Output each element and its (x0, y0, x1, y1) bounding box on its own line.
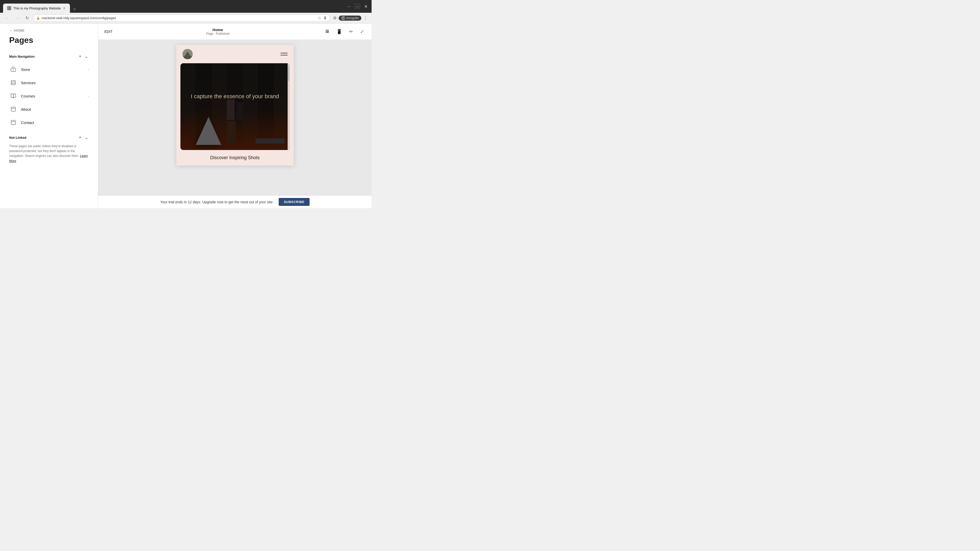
flat-box-object (256, 138, 284, 144)
collapse-nav-button[interactable]: ⌄ (84, 53, 89, 60)
reload-button[interactable]: ↻ (24, 14, 31, 21)
hero-background: I capture the essence of your brand (180, 63, 290, 150)
back-to-home-button[interactable]: ← HOME (9, 29, 89, 32)
incognito-badge: Incognito (339, 16, 361, 21)
books-object (226, 100, 253, 145)
edit-view-icon[interactable]: ✏ (348, 27, 355, 36)
hamburger-menu-icon[interactable] (280, 53, 288, 56)
edit-button[interactable]: EDIT (104, 30, 113, 34)
preview-device-icons: 🖥 📱 ✏ ⤢ (323, 27, 366, 36)
subscribe-button[interactable]: SUBSCRIBE (279, 198, 310, 206)
store-label: Store (21, 67, 84, 72)
address-bar[interactable]: 🔒 mackerel-seal-nldy.squarespace.com/con… (33, 14, 330, 22)
not-linked-title: Not Linked (9, 136, 26, 140)
sidebar: ← HOME Pages Main Navigation + ⌄ (0, 24, 98, 208)
svg-rect-3 (11, 81, 16, 85)
services-label: Services (21, 81, 89, 85)
contact-label: Contact (21, 121, 89, 125)
hero-image-container: I capture the essence of your brand (180, 63, 290, 150)
trial-banner: Your trial ends in 12 days. Upgrade now … (98, 195, 372, 208)
main-navigation-label: Main Navigation (9, 55, 35, 59)
not-linked-header: Not Linked + ⌄ (9, 134, 89, 141)
nav-item-services[interactable]: Services (0, 76, 98, 89)
courses-arrow-icon: › (88, 94, 89, 98)
nav-item-contact[interactable]: Contact (0, 116, 98, 129)
not-linked-actions: + ⌄ (78, 134, 89, 141)
active-tab[interactable]: This is my Photography Website ✕ (3, 3, 70, 13)
trial-message: Your trial ends in 12 days. Upgrade now … (160, 200, 274, 204)
nav-item-store[interactable]: Store › (0, 63, 98, 76)
tab-favicon (7, 6, 11, 10)
main-navigation-actions: + ⌄ (78, 53, 89, 60)
back-label: HOME (14, 29, 25, 32)
star-icon[interactable]: ☆ (318, 16, 321, 21)
restore-button[interactable]: ▭ (355, 4, 360, 9)
collapse-not-linked-button[interactable]: ⌄ (84, 134, 89, 141)
more-options-button[interactable]: ⋮ (363, 14, 369, 21)
browser-chrome: This is my Photography Website ✕ + ─ ▭ ✕… (0, 0, 372, 24)
website-logo (183, 49, 192, 59)
preview-content: I capture the essence of your brand (98, 40, 372, 195)
store-arrow-icon: › (88, 67, 89, 71)
courses-label: Courses (21, 94, 84, 98)
main-navigation-section-header: Main Navigation + ⌄ (0, 49, 98, 63)
add-not-linked-button[interactable]: + (78, 135, 82, 141)
mobile-view-icon[interactable]: 📱 (335, 27, 344, 36)
pages-title: Pages (9, 35, 89, 45)
extensions-button[interactable]: ⚙ (332, 14, 338, 21)
svg-rect-12 (183, 56, 192, 59)
nav-item-courses[interactable]: Courses › (0, 89, 98, 103)
fullscreen-icon[interactable]: ⤢ (359, 27, 366, 36)
address-bar-row: ← → ↻ 🔒 mackerel-seal-nldy.squarespace.c… (0, 13, 372, 24)
not-linked-section: Not Linked + ⌄ These pages are public un… (0, 129, 98, 164)
main-layout: ← HOME Pages Main Navigation + ⌄ (0, 24, 372, 208)
preview-toolbar: EDIT Home Page · Published 🖥 📱 ✏ ⤢ (98, 24, 372, 40)
tab-close-button[interactable]: ✕ (63, 6, 66, 10)
browser-right-icons: ⚙ Incognito ⋮ (332, 14, 369, 21)
sidebar-content[interactable]: Main Navigation + ⌄ Store › (0, 49, 98, 208)
preview-scroll-thumb (288, 66, 290, 81)
hero-text: I capture the essence of your brand (183, 93, 286, 100)
forward-button[interactable]: → (13, 15, 21, 21)
download-icon[interactable]: ⬇ (323, 16, 327, 21)
pyramid-object (196, 117, 221, 145)
address-text: mackerel-seal-nldy.squarespace.com/confi… (41, 16, 316, 20)
preview-area: EDIT Home Page · Published 🖥 📱 ✏ ⤢ (98, 24, 372, 208)
shelf-objects (180, 109, 290, 150)
website-nav (177, 45, 294, 63)
about-label: About (21, 107, 89, 111)
incognito-label: Incognito (346, 16, 359, 20)
contact-icon (9, 118, 18, 127)
courses-icon (9, 92, 18, 100)
discover-text: Discover Inspiring Shots (177, 150, 294, 165)
add-nav-item-button[interactable]: + (78, 53, 82, 60)
svg-rect-8 (11, 121, 16, 125)
address-actions: ☆ ⬇ (318, 16, 327, 21)
new-tab-button[interactable]: + (71, 6, 78, 13)
tab-title: This is my Photography Website (13, 6, 61, 10)
store-icon (9, 65, 18, 73)
preview-page-status: Page · Published (117, 32, 319, 35)
back-button[interactable]: ← (3, 15, 11, 21)
close-window-button[interactable]: ✕ (364, 4, 368, 9)
services-icon (9, 79, 18, 87)
svg-rect-6 (11, 107, 16, 111)
not-linked-description: These pages are public unless they're di… (9, 144, 89, 164)
desktop-view-icon[interactable]: 🖥 (323, 27, 331, 36)
preview-page-name: Home (117, 27, 319, 32)
nav-item-about[interactable]: About (0, 103, 98, 116)
preview-scrollbar (288, 63, 290, 150)
preview-page-info: Home Page · Published (117, 27, 319, 35)
lock-icon: 🔒 (36, 16, 40, 20)
sidebar-header: ← HOME Pages (0, 24, 98, 49)
website-preview: I capture the essence of your brand (177, 45, 294, 165)
about-icon (9, 105, 18, 113)
minimize-button[interactable]: ─ (347, 4, 351, 9)
back-arrow-icon: ← (9, 29, 13, 32)
